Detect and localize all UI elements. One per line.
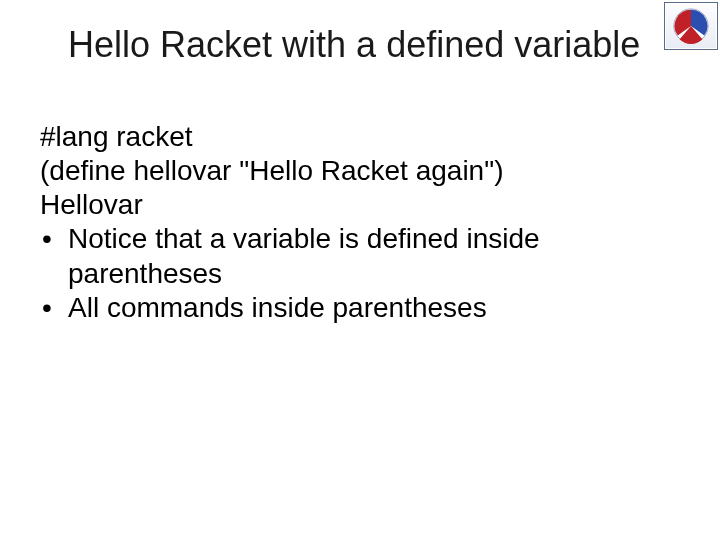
bullet-item: Notice that a variable is defined inside…: [40, 222, 660, 290]
slide-title: Hello Racket with a defined variable: [68, 24, 700, 66]
slide: Hello Racket with a defined variable #la…: [0, 0, 720, 540]
bullet-text: Notice that a variable is defined inside…: [68, 223, 540, 288]
bullet-item: All commands inside parentheses: [40, 291, 660, 325]
code-line-3: Hellovar: [40, 188, 660, 222]
code-line-1: #lang racket: [40, 120, 660, 154]
slide-body: #lang racket (define hellovar "Hello Rac…: [40, 120, 660, 325]
bullet-text: All commands inside parentheses: [68, 292, 487, 323]
code-line-2: (define hellovar "Hello Racket again"): [40, 154, 660, 188]
bullet-list: Notice that a variable is defined inside…: [40, 222, 660, 324]
